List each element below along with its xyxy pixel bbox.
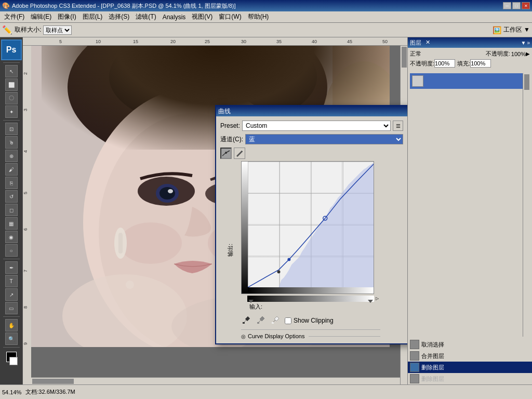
slider-handle-right[interactable] xyxy=(368,300,373,303)
tool-type[interactable]: T xyxy=(5,275,18,287)
ctx-delete2[interactable]: 删除图层 xyxy=(408,373,532,384)
curves-graph[interactable] xyxy=(241,161,374,294)
tool-hand[interactable]: ✋ xyxy=(5,319,18,331)
tool-zoom[interactable]: 🔍 xyxy=(5,332,18,345)
eyedropper-gray-button[interactable] xyxy=(256,314,267,325)
svg-text:5: 5 xyxy=(23,192,28,194)
close-button[interactable]: ✕ xyxy=(522,2,530,9)
menu-window[interactable]: 窗口(W) xyxy=(216,11,244,22)
tool-gradient[interactable]: ▦ xyxy=(5,217,18,230)
svg-text:30: 30 xyxy=(241,39,246,44)
ctx-delete2-icon xyxy=(410,374,419,383)
svg-text:35: 35 xyxy=(276,39,282,44)
tool-eyedropper[interactable]: 🖱 xyxy=(5,136,18,149)
menu-select[interactable]: 选择(S) xyxy=(105,11,132,22)
tool-blur[interactable]: ◉ xyxy=(5,231,18,243)
fill-input[interactable] xyxy=(434,59,455,68)
menu-filter[interactable]: 滤镜(T) xyxy=(132,11,159,22)
workspace-button[interactable]: 工作区 ▼ xyxy=(503,25,530,34)
curve-tool-pencil-icon xyxy=(235,150,244,157)
dialog-title-bar: 曲线 ✕ xyxy=(216,106,407,116)
channel-label: 通道(C): xyxy=(220,135,243,144)
tool-icon: ✏️ xyxy=(2,25,12,35)
dialog-left: Preset: Custom ☰ 通道(C): 蓝 xyxy=(220,121,403,339)
tool-history-brush[interactable]: ↺ xyxy=(5,190,18,203)
show-clipping-checkbox[interactable] xyxy=(285,317,291,324)
minimize-button[interactable]: ─ xyxy=(503,2,511,9)
curve-display-options: ◎ Curve Display Options xyxy=(241,329,380,339)
ctx-deselect[interactable]: 取消选择 xyxy=(408,339,532,350)
menu-image[interactable]: 图像(I) xyxy=(55,11,79,22)
graph-gradient-bottom xyxy=(248,287,374,294)
panel-menu-btn[interactable]: ▼ xyxy=(521,40,526,46)
tool-move[interactable]: ↖ xyxy=(5,65,18,77)
restore-button[interactable]: □ xyxy=(512,2,521,9)
ctx-delete[interactable]: 删除图层 xyxy=(408,362,532,373)
layers-scroll-area xyxy=(410,73,530,337)
panel-close-btn[interactable]: ✕ xyxy=(425,39,430,47)
tool-heal[interactable]: ⊕ xyxy=(5,150,18,162)
curves-graph-container: 输出: xyxy=(220,161,403,339)
menu-layer[interactable]: 图层(L) xyxy=(79,11,106,22)
tool-pen[interactable]: ✒ xyxy=(5,261,18,274)
opacity-label: 不透明度: xyxy=(486,50,510,58)
layers-scrollbar[interactable] xyxy=(523,73,530,337)
context-menu-items: 取消选择 合并图层 删除图层 删除图层 xyxy=(408,339,532,384)
curve-tool-node[interactable] xyxy=(220,148,232,159)
menu-file[interactable]: 文件(F) xyxy=(1,11,28,22)
scrollbar-thumb-v[interactable] xyxy=(402,47,407,68)
layers-scrollbar-thumb[interactable] xyxy=(524,74,529,90)
opacity-more-btn[interactable]: ▶ xyxy=(526,51,530,57)
eyedropper-black-button[interactable] xyxy=(241,314,252,325)
svg-rect-51 xyxy=(243,322,245,324)
fill-value-input[interactable] xyxy=(470,59,491,68)
tool-shape[interactable]: ▭ xyxy=(5,302,18,314)
menu-edit[interactable]: 编辑(E) xyxy=(28,11,55,22)
preset-select[interactable]: Custom xyxy=(242,121,391,131)
layers-panel-tab[interactable]: 图层 xyxy=(410,39,421,47)
input-label: 输入: xyxy=(249,303,262,311)
scrollbar-thumb-h[interactable] xyxy=(32,379,74,384)
preset-row: Preset: Custom ☰ xyxy=(220,121,403,131)
panel-header-tabs: 图层 ✕ xyxy=(410,39,430,47)
dialog-title: 曲线 xyxy=(218,107,231,116)
tool-lasso[interactable]: 〇 xyxy=(5,92,18,104)
title-bar-controls[interactable]: ─ □ ✕ xyxy=(503,2,530,9)
slider-handle-left[interactable] xyxy=(248,300,254,303)
ctx-delete-label: 删除图层 xyxy=(421,364,444,371)
graph-inner xyxy=(248,162,374,287)
bottom-controls: ▷ xyxy=(241,295,380,302)
background-color[interactable] xyxy=(9,357,18,365)
eyedropper-white-button[interactable] xyxy=(270,314,282,325)
fill-row: 不透明度: 填充: xyxy=(410,59,530,68)
channel-select[interactable]: 蓝 xyxy=(245,134,403,144)
curve-tool-node-icon xyxy=(222,150,230,157)
input-row: 输入: xyxy=(241,303,380,311)
tool-separator-1 xyxy=(3,62,20,63)
tool-path-select[interactable]: ↗ xyxy=(5,288,18,301)
tool-dodge[interactable]: ○ xyxy=(5,244,18,257)
tool-eraser[interactable]: ◻ xyxy=(5,204,18,216)
ctx-merge[interactable]: 合并图层 xyxy=(408,350,532,362)
channel-row: 通道(C): 蓝 xyxy=(220,134,403,144)
menu-view[interactable]: 视图(V) xyxy=(189,11,216,22)
options-divider xyxy=(309,336,380,337)
svg-text:40: 40 xyxy=(312,39,317,44)
layer-thumb-1 xyxy=(412,75,423,87)
tool-marquee[interactable]: ⬜ xyxy=(5,78,18,91)
panel-expand-btn[interactable]: » xyxy=(527,40,530,46)
eyedropper-white-icon xyxy=(271,315,281,324)
collapse-arrow[interactable]: ◎ xyxy=(241,334,246,339)
tool-brush[interactable]: 🖌 xyxy=(5,163,18,176)
curve-tool-pencil[interactable] xyxy=(234,148,245,159)
canvas-scrollbar-h[interactable] xyxy=(31,377,400,384)
sample-size-select[interactable]: 取样点 xyxy=(43,25,72,35)
svg-point-50 xyxy=(277,270,281,273)
preset-menu-button[interactable]: ☰ xyxy=(393,121,403,131)
menu-help[interactable]: 帮助(H) xyxy=(245,11,272,22)
tool-magic-wand[interactable]: ✦ xyxy=(5,105,18,118)
tool-stamp[interactable]: ⎘ xyxy=(5,177,18,189)
tool-crop[interactable]: ⊡ xyxy=(5,123,18,135)
ctx-deselect-label: 取消选择 xyxy=(421,341,444,349)
menu-analysis[interactable]: Analysis xyxy=(159,12,189,22)
